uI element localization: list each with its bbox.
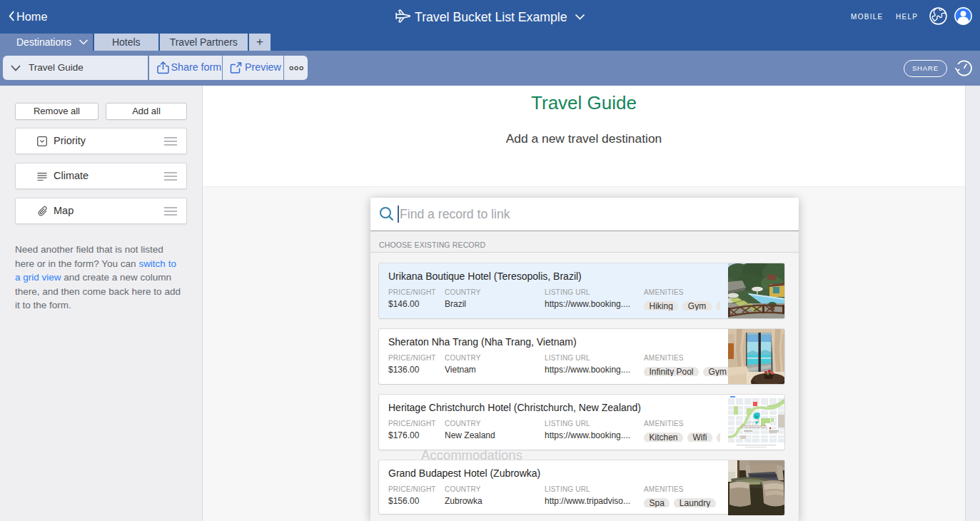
svg-text:Christchurch: Christchurch: [741, 424, 767, 429]
